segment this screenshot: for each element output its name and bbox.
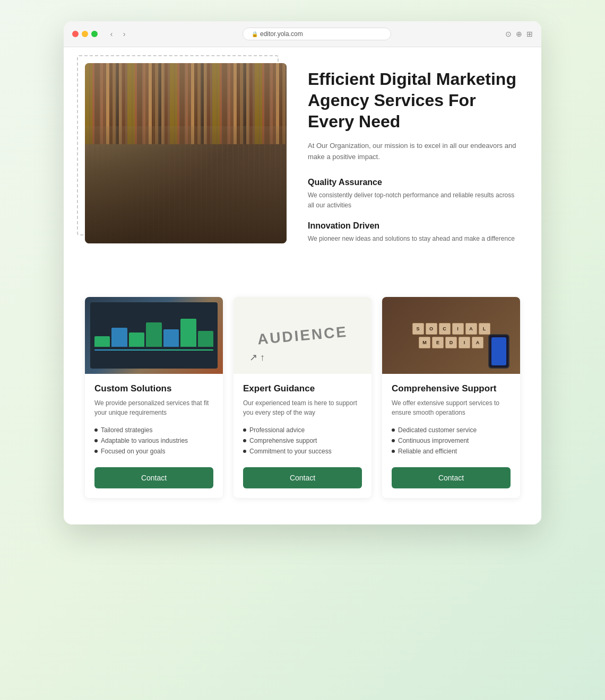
card-img-audience: AUDIENCE ↗ ↑ [234, 297, 371, 374]
audience-text: AUDIENCE [257, 323, 348, 348]
dashboard-line [94, 349, 213, 351]
contact-button-3[interactable]: Contact [392, 467, 511, 488]
card-desc-2: Our experienced team is here to support … [243, 398, 362, 417]
list-item: Reliable and efficient [392, 446, 511, 457]
dashboard-bars [94, 312, 213, 346]
card-img-analytics [85, 297, 223, 374]
browser-nav-controls: ‹ › [107, 30, 128, 38]
tile: I [459, 337, 470, 348]
bar-3 [129, 332, 144, 346]
feature-title-1: Quality Assurance [308, 178, 520, 187]
feature-desc-2: We pioneer new ideas and solutions to st… [308, 234, 520, 244]
tile: D [445, 337, 457, 348]
section-divider [85, 281, 520, 297]
feature-innovation-driven: Innovation Driven We pioneer new ideas a… [308, 221, 520, 244]
contact-button-1[interactable]: Contact [94, 467, 213, 488]
card-img-social: S O C I A L M E D I [382, 297, 520, 374]
tile: A [465, 323, 477, 335]
feature-title-2: Innovation Driven [308, 221, 520, 231]
list-item: Focused on your goals [94, 446, 213, 457]
scrabble-row-1: S O C I A L [412, 323, 490, 335]
bullet-icon [94, 450, 98, 453]
bar-2 [111, 328, 127, 347]
forward-button[interactable]: › [120, 30, 128, 38]
bullet-icon [94, 439, 98, 442]
tile: C [439, 323, 451, 335]
card-body-3: Comprehensive Support We offer extensive… [382, 374, 520, 498]
dashboard-sim [90, 302, 218, 369]
back-button[interactable]: ‹ [107, 30, 116, 38]
card-title-2: Expert Guidance [243, 383, 362, 394]
bar-1 [94, 336, 110, 347]
card-list-1: Tailored strategies Adaptable to various… [94, 425, 213, 457]
card-list-3: Dedicated customer service Continuous im… [392, 425, 511, 457]
tile: S [412, 323, 424, 335]
card-list-2: Professional advice Comprehensive suppor… [243, 425, 362, 457]
list-item: Commitment to your success [243, 446, 362, 457]
phone-decoration [488, 334, 509, 369]
hero-image-placeholder [85, 63, 287, 243]
tile: O [426, 323, 437, 335]
contact-button-2[interactable]: Contact [243, 467, 362, 488]
tile: I [452, 323, 464, 335]
list-item: Adaptable to various industries [94, 435, 213, 446]
hero-image-container [85, 63, 287, 243]
hero-image [85, 63, 287, 243]
card-title-3: Comprehensive Support [392, 383, 511, 394]
hero-text-area: Efficient Digital Marketing Agency Servi… [308, 63, 520, 255]
list-item: Comprehensive support [243, 435, 362, 446]
card-expert-guidance: AUDIENCE ↗ ↑ Expert Guidance Our experie… [234, 297, 371, 498]
phone-screen [491, 337, 506, 365]
tile: E [432, 337, 444, 348]
hero-title: Efficient Digital Marketing Agency Servi… [308, 68, 520, 132]
card-desc-1: We provide personalized services that fi… [94, 398, 213, 417]
page-content: Efficient Digital Marketing Agency Servi… [64, 47, 541, 524]
question-icon[interactable]: ⊙ [505, 30, 512, 38]
maximize-traffic-light[interactable] [91, 31, 98, 37]
card-image-3: S O C I A L M E D I [382, 297, 520, 374]
card-image-1 [85, 297, 223, 374]
lock-icon: 🔒 [252, 31, 258, 37]
card-body-2: Expert Guidance Our experienced team is … [234, 374, 371, 498]
bar-6 [180, 319, 196, 346]
tile: L [479, 323, 490, 335]
card-body-1: Custom Solutions We provide personalized… [85, 374, 223, 498]
bar-5 [163, 329, 179, 347]
bullet-icon [392, 439, 395, 442]
url-text: editor.yola.com [260, 30, 303, 38]
bullet-icon [392, 428, 395, 432]
card-image-2: AUDIENCE ↗ ↑ [234, 297, 371, 374]
address-bar-container: 🔒 editor.yola.com [134, 28, 500, 40]
arrow-decoration: ↗ ↑ [249, 352, 265, 363]
bullet-icon [392, 450, 395, 453]
browser-toolbar: ‹ › 🔒 editor.yola.com ⊙ ⊕ ⊞ [64, 21, 541, 47]
address-bar[interactable]: 🔒 editor.yola.com [243, 28, 391, 40]
hero-subtitle: At Our Organization, our mission is to e… [308, 141, 520, 163]
bar-7 [198, 331, 213, 346]
browser-actions: ⊙ ⊕ ⊞ [505, 30, 533, 38]
card-comprehensive-support: S O C I A L M E D I [382, 297, 520, 498]
list-item: Professional advice [243, 425, 362, 435]
cards-section: Custom Solutions We provide personalized… [85, 297, 520, 498]
bullet-icon [243, 439, 246, 442]
scrabble-tiles: S O C I A L M E D I [412, 323, 490, 348]
feature-desc-1: We consistently deliver top-notch perfor… [308, 190, 520, 211]
list-item: Dedicated customer service [392, 425, 511, 435]
list-item: Tailored strategies [94, 425, 213, 435]
traffic-lights [72, 31, 98, 37]
tile: M [419, 337, 430, 348]
tile: A [472, 337, 483, 348]
plus-icon[interactable]: ⊕ [516, 30, 522, 38]
bullet-icon [243, 428, 246, 432]
close-traffic-light[interactable] [72, 31, 79, 37]
browser-window: ‹ › 🔒 editor.yola.com ⊙ ⊕ ⊞ [64, 21, 541, 524]
card-custom-solutions: Custom Solutions We provide personalized… [85, 297, 223, 498]
feature-quality-assurance: Quality Assurance We consistently delive… [308, 178, 520, 211]
minimize-traffic-light[interactable] [82, 31, 88, 37]
bullet-icon [94, 428, 98, 432]
bar-4 [146, 322, 161, 347]
card-title-1: Custom Solutions [94, 383, 213, 394]
hero-section: Efficient Digital Marketing Agency Servi… [85, 63, 520, 255]
bullet-icon [243, 450, 246, 453]
grid-icon[interactable]: ⊞ [526, 30, 533, 38]
